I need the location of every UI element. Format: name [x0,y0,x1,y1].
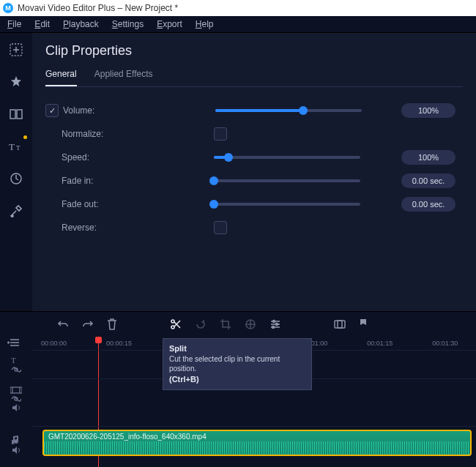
svg-point-8 [171,326,174,329]
tooltip-shortcut: (Ctrl+B) [169,375,199,384]
fadeout-slider[interactable] [214,203,360,206]
svg-point-15 [276,324,278,326]
video-track-header[interactable] [10,386,22,411]
prop-volume-row: ✓ Volume: 100% [45,99,463,122]
svg-point-16 [272,326,275,329]
svg-rect-17 [335,321,342,328]
fadein-label: Fade in: [62,176,126,186]
prop-reverse-row: Reverse: [45,216,463,239]
reverse-label: Reverse: [62,223,126,233]
fadeout-value: 0.00 sec. [401,197,455,212]
normalize-label: Normalize: [62,129,126,139]
main-area: TT Clip Properties General Applied Effec… [0,33,476,311]
split-tooltip: Split Cut the selected clip in the curre… [163,338,312,390]
marker-icon[interactable] [359,318,369,330]
window-titlebar: M Movavi Video Editor Plus – New Project… [0,0,476,16]
track-headers: T [0,350,32,467]
panel-tabs: General Applied Effects [45,69,463,87]
normalize-checkbox[interactable] [214,127,227,141]
speed-slider[interactable] [214,156,360,159]
fadeout-label: Fade out: [62,199,126,209]
split-icon[interactable] [170,318,182,330]
color-icon[interactable] [245,318,256,330]
volume-checkbox[interactable]: ✓ [45,104,59,117]
svg-text:T: T [9,141,15,152]
timeline: 00:00:00 00:00:15 00:00:30 00:00:45 00:0… [0,311,476,467]
rotate-icon[interactable] [195,318,207,330]
svg-text:T: T [11,356,16,365]
volume-slider[interactable] [215,109,362,112]
undo-icon[interactable] [57,318,69,330]
delete-icon[interactable] [107,318,117,330]
volume-label: Volume: [63,105,127,116]
clip-settings-icon[interactable] [269,318,281,330]
menu-help[interactable]: Help [196,19,214,29]
svg-point-9 [171,320,174,323]
redo-icon[interactable] [82,318,94,330]
speed-value: 100% [401,150,455,165]
transitions-icon[interactable] [5,103,27,125]
menu-file[interactable]: File [7,19,21,29]
menu-export[interactable]: Export [157,19,182,29]
add-media-icon[interactable] [5,39,27,61]
ruler-tick: 00:00:15 [106,340,132,347]
reverse-checkbox[interactable] [214,221,227,234]
svg-point-14 [273,321,275,323]
waveform [44,441,470,455]
stickers-icon[interactable] [5,168,27,190]
ruler-tick: 00:00:00 [41,340,67,347]
record-icon[interactable] [334,318,346,330]
svg-point-29 [15,397,18,400]
prop-fadeout-row: Fade out: 0.00 sec. [45,193,463,216]
audio-track-header[interactable] [12,435,21,454]
audio-track[interactable]: GMT20200626-205125_info-floso_640x360.mp… [32,426,476,459]
tools-icon[interactable] [5,200,27,222]
svg-text:T: T [16,144,21,152]
audio-clip[interactable]: GMT20200626-205125_info-floso_640x360.mp… [42,430,472,456]
titles-icon[interactable]: TT [5,135,27,157]
svg-point-25 [15,368,18,371]
titles-track-header[interactable]: T [11,356,21,373]
fadein-value: 0.00 sec. [401,173,455,188]
svg-rect-18 [338,321,345,328]
left-sidebar: TT [0,33,32,311]
window-title: Movavi Video Editor Plus – New Project * [18,3,178,13]
svg-rect-3 [10,110,15,119]
ruler-tick: 00:01:15 [367,340,393,347]
speed-label: Speed: [62,152,126,162]
prop-speed-row: Speed: 100% [45,146,463,169]
menu-bar: File Edit Playback Settings Export Help [0,16,476,33]
properties-list: ✓ Volume: 100% Normalize: Speed: 100% [45,99,463,239]
tooltip-title: Split [169,344,187,353]
svg-rect-4 [17,110,22,119]
tab-applied-effects[interactable]: Applied Effects [94,69,153,86]
timeline-toolbar [0,312,476,337]
panel-title: Clip Properties [45,43,463,59]
clip-filename: GMT20200626-205125_info-floso_640x360.mp… [48,433,207,441]
menu-playback[interactable]: Playback [63,19,99,29]
tooltip-body: Cut the selected clip in the current pos… [169,355,280,373]
ruler-tick: 00:01:30 [432,340,458,347]
fadein-slider[interactable] [214,179,360,182]
tab-general[interactable]: General [45,69,77,86]
menu-settings[interactable]: Settings [112,19,144,29]
prop-fadein-row: Fade in: 0.00 sec. [45,169,463,193]
crop-icon[interactable] [220,318,231,330]
app-logo-icon: M [3,3,13,13]
prop-normalize-row: Normalize: [45,122,463,146]
properties-panel: Clip Properties General Applied Effects … [32,33,476,311]
volume-value: 100% [401,103,455,118]
filters-icon[interactable] [5,71,27,93]
menu-edit[interactable]: Edit [34,19,50,29]
